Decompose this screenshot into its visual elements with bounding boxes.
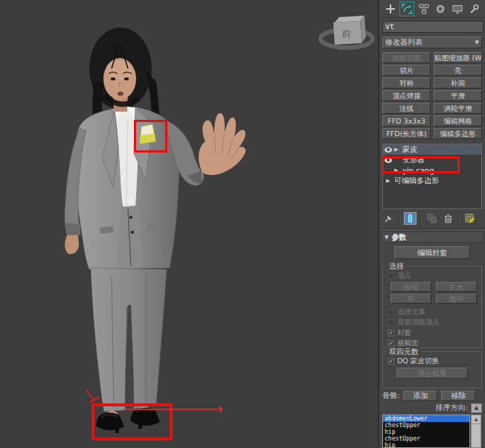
svg-text:前: 前 (341, 28, 351, 39)
bone-list: abdomenLower chestUpper hip chestUpper h… (382, 415, 470, 448)
configure-modifier-sets-button[interactable] (463, 212, 476, 225)
modifier-button-bevel-profile[interactable]: 倒角剖面 (382, 52, 431, 63)
hierarchy-icon (419, 4, 429, 14)
checkbox-checked-icon: ✓ (388, 330, 394, 336)
make-unique-icon (427, 214, 437, 223)
pin-icon (384, 214, 394, 223)
ring-button[interactable]: 环 (391, 294, 431, 304)
stack-item-skin[interactable]: ▶ 蒙皮 (383, 144, 481, 155)
tab-create[interactable] (384, 2, 397, 16)
checkbox-checked-icon: ✓ (388, 358, 394, 365)
rollout-arrow-icon: ▼ (385, 234, 388, 240)
bone-list-item[interactable]: chestUpper (383, 435, 469, 442)
grow-button[interactable]: 扩大 (436, 282, 477, 292)
checkbox-icon (388, 319, 394, 326)
modifier-button-cap-holes[interactable]: 补洞 (434, 77, 482, 89)
modifier-list-dropdown[interactable]: 修改器列表 ▼ (382, 36, 482, 48)
modifier-button-normal[interactable]: 法线 (382, 103, 431, 114)
select-group: 选择 顶点 收缩 扩大 环 循环 选择元素 背面消隐顶点 ✓ (382, 266, 482, 348)
annotation-rect-stack (382, 156, 460, 173)
bone-list-scrollbar[interactable]: ▲ (471, 415, 481, 448)
dual-quaternion-group: 双四元数 ✓ DQ 蒙皮切换 混合权重 (382, 351, 482, 388)
blend-weights-button[interactable]: 混合权重 (396, 368, 468, 379)
modifier-stack: ▶ 蒙皮 变形器 ▶ yin cang ▶ 可编辑多边形 (382, 144, 482, 209)
modifier-button-ffd-3x3x3[interactable]: FFD 3x3x3 (382, 115, 431, 127)
remove-bone-button[interactable]: 移除 (441, 391, 475, 401)
bone-list-item[interactable]: hip (383, 429, 469, 435)
tab-display[interactable] (451, 2, 464, 16)
command-panel: 修改器列表 ▼ 倒角剖面 贴图缩放器 (WSM 切片 壳 对称 补洞 顶点焊接 … (379, 0, 485, 448)
annotation-rect-badge (134, 120, 167, 153)
trash-icon (444, 214, 452, 223)
bones-row: 骨骼: 添加 移除 (382, 390, 482, 401)
sort-up-button[interactable]: ▲ (471, 403, 482, 413)
show-end-result-button[interactable] (404, 212, 417, 225)
checkbox-icon (388, 272, 394, 279)
modifier-button-map-scaler[interactable]: 贴图缩放器 (WSM (434, 52, 482, 63)
tab-hierarchy[interactable] (417, 2, 431, 16)
scroll-up-icon[interactable]: ▲ (472, 415, 481, 424)
display-icon (452, 4, 463, 14)
visibility-eye-icon[interactable] (385, 147, 392, 153)
bone-list-item[interactable]: abdomenLower (383, 415, 469, 422)
tab-modify[interactable] (400, 2, 414, 16)
panel-separator (379, 228, 485, 231)
stack-item-editable-poly[interactable]: ▶ 可编辑多边形 (383, 176, 481, 186)
modifier-button-shell[interactable]: 壳 (434, 65, 482, 76)
perspective-viewport[interactable]: 前 ❯ (0, 0, 378, 448)
modifier-button-set: 倒角剖面 贴图缩放器 (WSM 切片 壳 对称 补洞 顶点焊接 平滑 法线 涡轮… (382, 52, 482, 141)
modifier-list-label: 修改器列表 (385, 37, 423, 48)
modifier-button-slice[interactable]: 切片 (382, 65, 431, 76)
edit-envelopes-button[interactable]: 编辑封套 (394, 246, 470, 259)
expand-arrow-icon[interactable]: ▶ (394, 147, 400, 153)
3dsmax-window: 前 ❯ (0, 0, 485, 448)
vertices-checkbox[interactable]: 顶点 (388, 271, 481, 280)
sort-direction-row: 排序方向: ▲ (382, 403, 482, 413)
modify-icon (402, 4, 412, 14)
stack-toolbar (382, 211, 482, 225)
add-bone-button[interactable]: 添加 (403, 391, 437, 401)
motion-icon (435, 4, 446, 14)
tab-motion[interactable] (434, 2, 447, 16)
test-tube-icon (406, 214, 414, 223)
bone-list-item[interactable]: hip (383, 442, 469, 448)
tab-utilities[interactable] (467, 2, 481, 16)
expand-arrow-icon[interactable]: ▶ (386, 178, 392, 184)
character-model: 前 (0, 0, 378, 448)
make-unique-button[interactable] (425, 212, 438, 225)
modifier-button-ffd-box[interactable]: FFD(长方体) (382, 128, 431, 139)
select-element-checkbox[interactable]: 选择元素 (388, 307, 481, 316)
envelopes-checkbox[interactable]: ✓ 封套 (388, 328, 481, 337)
modifier-button-turbosmooth[interactable]: 涡轮平滑 (434, 103, 482, 114)
pin-stack-button[interactable] (382, 212, 395, 225)
command-panel-tabs (379, 0, 485, 18)
bones-label: 骨骼: (382, 391, 399, 401)
chevron-down-icon: ▼ (475, 39, 479, 45)
modifier-button-edit-mesh[interactable]: 编辑网格 (434, 115, 482, 127)
loop-button[interactable]: 循环 (436, 294, 477, 304)
annotation-line: ❯ (125, 409, 222, 410)
remove-modifier-button[interactable] (442, 212, 455, 225)
modifier-button-symmetry[interactable]: 对称 (382, 77, 431, 89)
wrench-icon (469, 4, 479, 14)
plus-icon (385, 4, 396, 14)
dq-skin-toggle-checkbox[interactable]: ✓ DQ 蒙皮切换 (388, 356, 481, 365)
backface-cull-checkbox[interactable]: 背面消隐顶点 (388, 318, 481, 327)
bone-list-item[interactable]: chestUpper (383, 422, 469, 429)
viewcube: 前 (321, 16, 373, 48)
modifier-button-edit-poly[interactable]: 编辑多边形 (434, 128, 482, 139)
parameters-rollout-header[interactable]: ▼ 参数 (381, 231, 484, 243)
checkbox-checked-icon: ✓ (388, 340, 394, 347)
sort-direction-label: 排序方向: (436, 403, 468, 413)
modifier-button-vertex-weld[interactable]: 顶点焊接 (382, 90, 431, 101)
object-name-input[interactable] (382, 21, 484, 33)
modifier-button-smooth[interactable]: 平滑 (434, 90, 482, 101)
checkbox-icon (388, 309, 394, 316)
configure-sets-icon (465, 214, 475, 224)
shrink-button[interactable]: 收缩 (391, 282, 431, 292)
